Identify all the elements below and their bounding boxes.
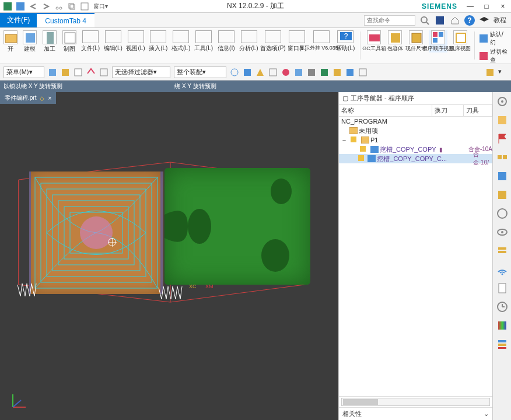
ribbon-gc-toolbox[interactable]: GC工具箱 bbox=[365, 30, 383, 52]
palette-icon[interactable] bbox=[496, 320, 508, 331]
ribbon-modeling[interactable]: 建模 bbox=[22, 30, 38, 53]
tree-op1[interactable]: 挖槽_COPY_COPY ▮ 合金-10A bbox=[339, 145, 492, 154]
tree-op2[interactable]: 挖槽_COPY_COPY_C... 合金-10/ bbox=[339, 154, 492, 163]
display-mode-icon[interactable] bbox=[434, 15, 446, 26]
ribbon-machining[interactable]: 加工 bbox=[41, 30, 58, 53]
svg-rect-15 bbox=[369, 34, 380, 41]
part-nav-icon[interactable] bbox=[496, 114, 508, 126]
toolbar-icon-drop[interactable]: ▾ bbox=[498, 68, 508, 77]
ribbon-open[interactable]: 开 bbox=[2, 30, 19, 53]
gear-icon[interactable] bbox=[496, 96, 508, 107]
maximize-button[interactable]: □ bbox=[478, 1, 495, 12]
col-changetool[interactable]: 换刀 bbox=[432, 105, 464, 116]
toolbar-icon-a[interactable] bbox=[230, 68, 239, 77]
selection-icon-4[interactable] bbox=[86, 68, 96, 77]
graduation-icon[interactable] bbox=[478, 15, 490, 26]
collapse-icon[interactable]: − bbox=[341, 136, 347, 144]
toolbar-icon-j[interactable] bbox=[345, 68, 355, 77]
sheet-icon[interactable] bbox=[496, 282, 508, 294]
ribbon-analysis[interactable]: 分析(L) bbox=[239, 30, 258, 52]
search-icon[interactable] bbox=[419, 15, 430, 26]
assembly-nav-icon[interactable] bbox=[496, 152, 508, 163]
ribbon-program-order-view[interactable]: 程序顺序视图 bbox=[429, 30, 447, 52]
navigator-hscroll[interactable] bbox=[341, 398, 490, 406]
ribbon-help[interactable]: ?帮助(L) bbox=[336, 30, 355, 52]
toolbar-icon-k[interactable] bbox=[358, 68, 368, 77]
panel-pin-icon[interactable]: ▢ bbox=[342, 94, 348, 102]
wifi-icon[interactable] bbox=[496, 264, 508, 275]
view-orientation-bar: 以锁以绕 X Y 旋转预测 绕 X Y 旋转预测 bbox=[0, 80, 511, 92]
file-tab[interactable]: 文件(F) bbox=[0, 13, 37, 27]
ribbon-drafting[interactable]: 制图 bbox=[61, 30, 78, 53]
ribbon-plugin[interactable]: 显示外挂 V6.035厂 bbox=[310, 30, 332, 52]
selection-icon-5[interactable] bbox=[99, 68, 108, 77]
toolbar-icon-e[interactable] bbox=[281, 68, 290, 77]
close-button[interactable]: × bbox=[495, 1, 511, 12]
ribbon-tools[interactable]: 工具(L) bbox=[194, 30, 214, 52]
ribbon-machine-view[interactable]: 机床视图 bbox=[451, 30, 470, 52]
stock-edges bbox=[7, 145, 310, 320]
ribbon-bounding[interactable]: 包容体 bbox=[387, 30, 403, 52]
window-icon[interactable] bbox=[80, 2, 89, 10]
ribbon-gouge-check[interactable]: 过切检查 bbox=[480, 48, 509, 64]
command-search-input[interactable] bbox=[364, 15, 415, 26]
col-name[interactable]: 名称 bbox=[339, 105, 432, 116]
minimize-button[interactable]: — bbox=[462, 1, 478, 12]
toolbar-icon-c[interactable] bbox=[256, 68, 265, 77]
toolbar-icon-f[interactable] bbox=[294, 68, 303, 77]
selection-icon-1[interactable] bbox=[48, 68, 57, 77]
svg-rect-66 bbox=[360, 146, 366, 152]
eye-icon[interactable] bbox=[496, 226, 508, 238]
pin-icon[interactable]: ◇ bbox=[40, 95, 44, 102]
ribbon-view[interactable]: 视图(L) bbox=[126, 30, 145, 52]
ribbon-format[interactable]: 格式(L) bbox=[172, 30, 191, 52]
ribbon-verify[interactable]: 缺认/幻 bbox=[480, 30, 509, 47]
toolbar-icon-i[interactable] bbox=[332, 68, 342, 77]
chevron-down-icon[interactable]: ⌄ bbox=[484, 410, 489, 418]
tree-root[interactable]: NC_PROGRAM bbox=[339, 117, 492, 126]
help-icon[interactable]: ? bbox=[464, 15, 475, 26]
stack-icon[interactable] bbox=[496, 338, 508, 350]
filter-type-combo[interactable]: 无选择过滤器 ▾ bbox=[112, 66, 170, 78]
ribbon-insert[interactable]: 插入(L) bbox=[149, 30, 168, 52]
copy-icon[interactable] bbox=[68, 2, 76, 10]
home-icon[interactable] bbox=[449, 15, 461, 26]
ribbon-file[interactable]: 文件(L) bbox=[81, 30, 100, 52]
history-icon[interactable] bbox=[496, 208, 508, 219]
dependencies-section[interactable]: 相关性 ⌄ bbox=[339, 407, 492, 420]
document-tab[interactable]: 零件编程.prt ◇ × bbox=[0, 92, 56, 104]
tab-close-icon[interactable]: × bbox=[48, 95, 51, 102]
layers-icon[interactable] bbox=[496, 245, 508, 257]
undo-icon[interactable] bbox=[29, 2, 37, 10]
reuse-lib-icon[interactable] bbox=[496, 189, 508, 201]
graphics-viewport[interactable]: 零件编程.prt ◇ × bbox=[0, 92, 338, 420]
selection-icon-3[interactable] bbox=[74, 68, 83, 77]
ribbon-prefs[interactable]: 首选项(P) bbox=[262, 30, 284, 52]
toolbar-icon-g[interactable] bbox=[307, 68, 316, 77]
toolbar-icon-b[interactable] bbox=[243, 68, 252, 77]
navigator-tree[interactable]: NC_PROGRAM 未用项 − P1 挖槽_COPY_COPY ▮ 合金- bbox=[339, 117, 492, 396]
tutorial-label[interactable]: 教程 bbox=[494, 16, 506, 24]
ribbon-info[interactable]: 信息(I) bbox=[216, 30, 236, 52]
constraint-nav-icon[interactable] bbox=[496, 170, 508, 182]
toolbar-icon-d[interactable] bbox=[268, 68, 278, 77]
workspace: 零件编程.prt ◇ × bbox=[0, 92, 511, 420]
tree-unused[interactable]: 未用项 bbox=[339, 126, 492, 135]
svg-point-82 bbox=[501, 274, 503, 275]
cut-icon[interactable] bbox=[55, 2, 63, 10]
tree-p1[interactable]: − P1 bbox=[339, 135, 492, 145]
svg-rect-12 bbox=[65, 33, 75, 43]
menu-dropdown[interactable]: 菜单(M) ▾ bbox=[4, 66, 44, 78]
custom-tab[interactable]: CustomTab 4 bbox=[37, 13, 94, 27]
selection-icon-2[interactable] bbox=[61, 68, 70, 77]
toolbar-icon-cube[interactable] bbox=[485, 68, 495, 77]
filter-scope-combo[interactable]: 整个装配 ▾ bbox=[174, 66, 226, 78]
clock-icon[interactable] bbox=[496, 301, 508, 313]
toolbar-icon-h[interactable] bbox=[320, 68, 329, 77]
ribbon-edit[interactable]: 编辑(L) bbox=[103, 30, 123, 52]
col-tool[interactable]: 刀具 bbox=[464, 105, 492, 116]
window-dropdown[interactable]: 窗口▾ bbox=[93, 2, 108, 10]
save-icon[interactable] bbox=[16, 2, 24, 10]
flag-icon[interactable] bbox=[496, 133, 508, 145]
redo-icon[interactable] bbox=[42, 2, 50, 10]
